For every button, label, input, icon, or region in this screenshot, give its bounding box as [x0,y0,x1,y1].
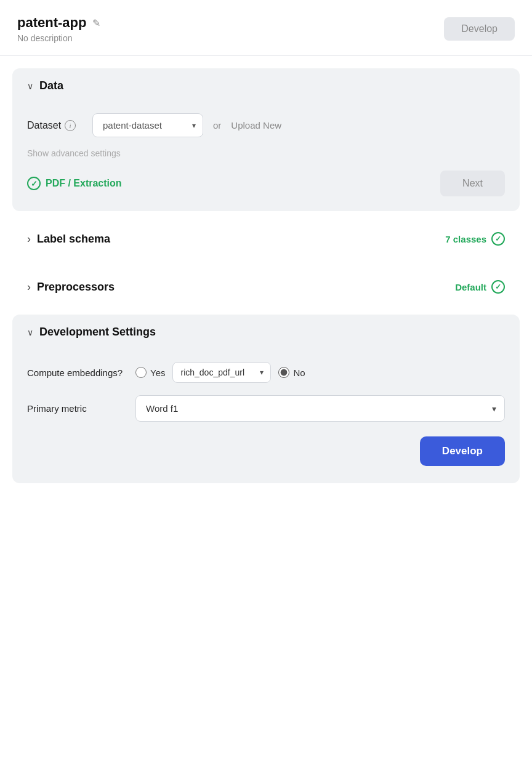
label-schema-section-title: Label schema [37,233,110,246]
data-chevron-down-icon: ∨ [27,81,33,91]
no-radio-input[interactable] [278,367,289,378]
app-description: No description [17,33,100,43]
embed-select-wrapper: rich_doc_pdf_url text_url ▾ [172,362,271,383]
upload-new-link[interactable]: Upload New [231,120,281,130]
dataset-info-icon[interactable]: i [65,120,76,131]
preprocessors-check-icon: ✓ [491,280,505,294]
development-settings-section: ∨ Development Settings Compute embedding… [12,315,520,483]
dev-settings-chevron-down-icon: ∨ [27,327,33,337]
header-develop-button[interactable]: Develop [444,17,515,41]
app-header: patent-app ✎ No description Develop [0,0,532,56]
pdf-extraction-status: ✓ PDF / Extraction [27,177,122,190]
header-left: patent-app ✎ No description [17,15,100,43]
main-content: ∨ Data Dataset i patent-dataset other-da… [0,56,532,496]
pdf-extraction-check-icon: ✓ [27,177,41,190]
dev-settings-header-left: ∨ Development Settings [27,326,156,339]
primary-metric-label: Primary metric [27,403,126,414]
app-title: patent-app [17,15,86,31]
dev-settings-body: Compute embeddings? Yes rich_doc_pdf_url… [12,350,520,483]
or-text: or [213,120,221,130]
develop-button[interactable]: Develop [420,436,505,466]
label-schema-section: › Label schema 7 classes ✓ [12,219,520,259]
dataset-select-wrapper: patent-dataset other-dataset ▾ [92,113,203,137]
preprocessors-meta: Default ✓ [455,280,505,294]
no-radio-option[interactable]: No [278,367,305,378]
preprocessors-chevron-right-icon: › [27,281,31,294]
compute-embeddings-row: Compute embeddings? Yes rich_doc_pdf_url… [27,362,505,383]
metric-select-wrapper: Word f1 Exact match F1 score ▾ [135,395,505,422]
label-schema-section-header[interactable]: › Label schema 7 classes ✓ [12,219,520,259]
data-section-body: Dataset i patent-dataset other-dataset ▾… [12,103,520,211]
data-section-header-left: ∨ Data [27,79,63,92]
header-title-row: patent-app ✎ [17,15,100,31]
preprocessors-section-header[interactable]: › Preprocessors Default ✓ [12,267,520,307]
dev-settings-section-title: Development Settings [39,326,156,339]
data-section-header[interactable]: ∨ Data [12,68,520,103]
label-schema-check-icon: ✓ [491,232,505,246]
dataset-select[interactable]: patent-dataset other-dataset [92,113,203,137]
advanced-settings-link[interactable]: Show advanced settings [27,148,505,158]
embed-select[interactable]: rich_doc_pdf_url text_url [172,362,271,383]
compute-embeddings-radio-group: Yes rich_doc_pdf_url text_url ▾ No [135,362,305,383]
development-settings-section-header[interactable]: ∨ Development Settings [12,315,520,350]
dataset-row: Dataset i patent-dataset other-dataset ▾… [27,113,505,137]
edit-icon[interactable]: ✎ [92,17,100,29]
dataset-label: Dataset i [27,120,83,131]
preprocessors-section-title: Preprocessors [37,281,115,294]
yes-radio-input[interactable] [135,367,147,378]
yes-radio-option[interactable]: Yes [135,367,165,378]
next-button[interactable]: Next [440,171,505,196]
compute-embeddings-label: Compute embeddings? [27,367,126,378]
data-section-footer-row: ✓ PDF / Extraction Next [27,171,505,196]
data-section-title: Data [39,79,63,92]
label-schema-meta: 7 classes ✓ [445,232,505,246]
preprocessors-section: › Preprocessors Default ✓ [12,267,520,307]
primary-metric-row: Primary metric Word f1 Exact match F1 sc… [27,395,505,422]
label-schema-chevron-right-icon: › [27,233,31,246]
label-schema-header-left: › Label schema [27,233,110,246]
preprocessors-header-left: › Preprocessors [27,281,115,294]
metric-select[interactable]: Word f1 Exact match F1 score [135,395,505,422]
data-section: ∨ Data Dataset i patent-dataset other-da… [12,68,520,211]
